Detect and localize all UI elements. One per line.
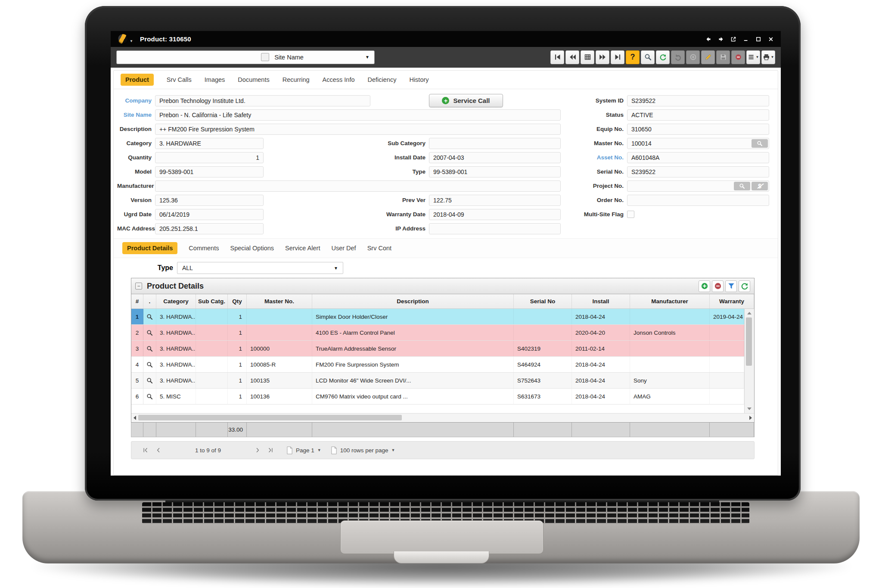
ip-address-field[interactable] — [429, 223, 561, 234]
filter-button[interactable] — [725, 280, 737, 292]
quantity-field[interactable]: 1 — [155, 152, 264, 163]
install-date-field[interactable]: 2007-04-03 — [429, 152, 561, 163]
type-filter-select[interactable]: ALL ▼ — [177, 262, 343, 274]
vertical-scrollbar[interactable] — [744, 309, 754, 413]
grid-refresh-button[interactable] — [739, 280, 750, 292]
row-search-icon[interactable] — [143, 373, 156, 388]
serial-no-field[interactable]: S239522 — [627, 166, 769, 177]
print-button[interactable]: ▼ — [761, 50, 775, 64]
last-record-button[interactable] — [611, 50, 624, 64]
vertical-scroll-thumb[interactable] — [746, 317, 752, 366]
row-remove-button[interactable] — [712, 280, 724, 292]
column-header[interactable]: Warranty — [710, 294, 754, 308]
ugrd-date-field[interactable]: 06/14/2019 — [155, 209, 264, 220]
mac-address-field[interactable]: 205.251.258.1 — [155, 223, 264, 234]
undo-button[interactable] — [671, 50, 685, 64]
column-header[interactable]: . — [143, 294, 156, 308]
back-icon[interactable] — [705, 36, 711, 42]
previous-page-button[interactable] — [152, 445, 165, 456]
company-field[interactable]: Prebon Technology Institute Ltd. — [155, 95, 370, 106]
forward-icon[interactable] — [718, 36, 724, 42]
company-label[interactable]: Company — [117, 97, 152, 104]
search-field-selector[interactable]: Site Name — [271, 54, 360, 61]
sub-category-field[interactable] — [429, 138, 561, 149]
add-button[interactable] — [686, 50, 700, 64]
subtab-comments[interactable]: Comments — [189, 245, 219, 252]
prev-ver-field[interactable]: 122.75 — [429, 195, 561, 206]
description-field[interactable]: ++ FM200 Fire Surpression System — [155, 124, 561, 135]
tab-history[interactable]: History — [409, 76, 429, 83]
site-name-field[interactable]: Prebon - N. California - Life Safety — [155, 109, 561, 121]
column-header[interactable]: Manufacturer — [630, 294, 710, 308]
order-no-field[interactable] — [627, 195, 769, 206]
search-input[interactable] — [117, 52, 259, 63]
column-header[interactable]: Description — [312, 294, 514, 308]
tab-documents[interactable]: Documents — [238, 76, 269, 83]
row-search-icon[interactable] — [143, 309, 156, 324]
column-header[interactable]: Qty — [228, 294, 247, 308]
chevron-down-icon[interactable]: ▼ — [360, 55, 374, 59]
grid-view-button[interactable] — [581, 50, 594, 64]
first-record-button[interactable] — [550, 50, 564, 64]
model-field[interactable]: 99-5389-001 — [155, 166, 264, 177]
chevron-down-icon[interactable]: ▼ — [317, 448, 321, 452]
table-row[interactable]: 13. HARDWA...1Simplex Door Holder/Closer… — [131, 309, 744, 325]
edit-button[interactable] — [701, 50, 715, 64]
project-no-field[interactable]: $ — [627, 180, 769, 192]
row-search-icon[interactable] — [143, 325, 156, 340]
close-icon[interactable] — [768, 36, 774, 42]
tab-images[interactable]: Images — [205, 76, 225, 83]
column-header[interactable]: Serial No — [514, 294, 572, 308]
warranty-date-field[interactable]: 2018-04-09 — [429, 209, 561, 220]
next-page-button[interactable] — [251, 445, 264, 456]
last-page-button[interactable] — [264, 445, 277, 456]
help-button[interactable]: ? — [626, 50, 640, 64]
scroll-down-icon[interactable] — [745, 405, 754, 412]
master-no-field[interactable]: 100014 — [627, 138, 769, 149]
maximize-icon[interactable] — [755, 36, 761, 42]
search-button[interactable] — [641, 50, 655, 64]
project-no-search-button[interactable] — [734, 182, 750, 190]
refresh-button[interactable] — [656, 50, 670, 64]
list-menu-button[interactable]: ▼ — [746, 50, 760, 64]
save-button[interactable] — [716, 50, 730, 64]
row-search-icon[interactable] — [143, 357, 156, 372]
row-add-button[interactable] — [699, 280, 710, 292]
tab-access-info[interactable]: Access Info — [323, 76, 355, 83]
row-search-icon[interactable] — [143, 389, 156, 404]
next-record-button[interactable] — [596, 50, 609, 64]
delete-button[interactable] — [731, 50, 745, 64]
scroll-left-icon[interactable] — [131, 414, 138, 422]
table-row[interactable]: 53. HARDWA...1100135LCD Monitor 46" Wide… — [131, 373, 744, 389]
search-option-checkbox[interactable] — [261, 53, 269, 61]
column-header[interactable]: Sub Catg. — [196, 294, 228, 308]
chevron-down-icon[interactable]: ▼ — [391, 448, 395, 452]
column-header[interactable]: # — [131, 294, 143, 308]
asset-no-label[interactable]: Asset No. — [576, 154, 624, 161]
tab-recurring[interactable]: Recurring — [283, 76, 310, 83]
minimize-icon[interactable] — [743, 36, 749, 42]
table-row[interactable]: 43. HARDWA...1100085-RFM200 Fire Surpres… — [131, 357, 744, 373]
table-row[interactable]: 33. HARDWA...1100000TrueAlarm Addressabl… — [131, 341, 744, 357]
multi-site-flag-checkbox[interactable] — [627, 211, 634, 218]
equip-no-field[interactable]: 310650 — [627, 124, 769, 135]
subtab-srv-cont[interactable]: Srv Cont — [367, 245, 391, 252]
column-header[interactable]: Category — [156, 294, 196, 308]
status-field[interactable]: ACTIVE — [627, 109, 769, 121]
tab-product[interactable]: Product — [121, 74, 154, 86]
page-selector[interactable]: Page 1 — [296, 447, 314, 454]
subtab-user-def[interactable]: User Def — [331, 245, 356, 252]
service-call-button[interactable]: +Service Call — [429, 94, 503, 107]
table-row[interactable]: 65. MISC1100136CM9760 Matrix video outpu… — [131, 389, 744, 404]
rows-per-page-selector[interactable]: 100 rows per page — [340, 447, 388, 454]
version-field[interactable]: 125.36 — [155, 195, 264, 206]
table-row[interactable]: 23. HARDWA...14100 ES - Alarm Control Pa… — [131, 325, 744, 341]
asset-no-field[interactable]: A601048A — [627, 152, 769, 163]
tab-deficiency[interactable]: Deficiency — [368, 76, 397, 83]
app-logo-icon[interactable] — [118, 34, 128, 44]
horizontal-scrollbar[interactable] — [131, 413, 754, 422]
tab-srv-calls[interactable]: Srv Calls — [167, 76, 192, 83]
collapse-icon[interactable]: − — [135, 283, 142, 289]
master-no-search-button[interactable] — [752, 139, 768, 148]
previous-record-button[interactable] — [565, 50, 579, 64]
